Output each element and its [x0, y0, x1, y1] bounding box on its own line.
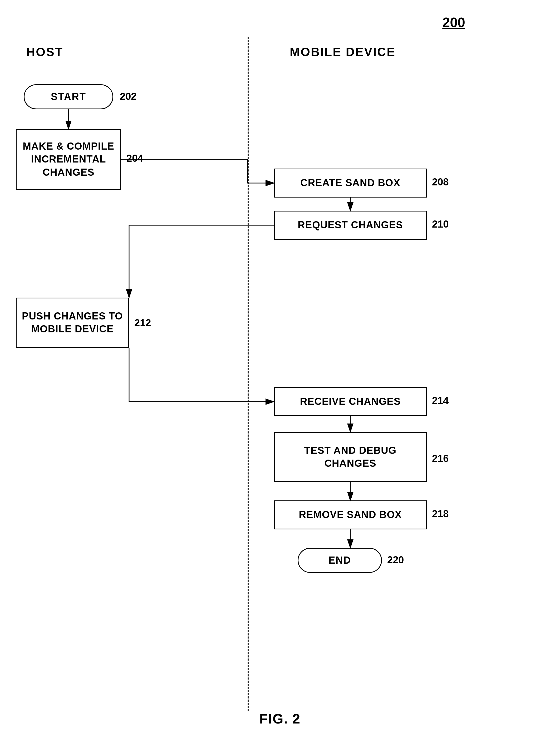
ref-204: 204	[126, 153, 143, 164]
ref-208: 208	[432, 177, 448, 188]
diagram-number: 200	[442, 15, 465, 30]
remove-sandbox-node: REMOVE SAND BOX	[274, 501, 427, 529]
diagram-container: 200 HOST MOBILE DEVICE START 202 MAKE & …	[0, 0, 560, 753]
ref-220: 220	[387, 554, 404, 566]
ref-218: 218	[432, 508, 448, 520]
make-compile-node: MAKE & COMPILE INCREMENTAL CHANGES	[16, 129, 121, 190]
col-host-label: HOST	[26, 45, 63, 59]
test-debug-node: TEST AND DEBUG CHANGES	[274, 432, 427, 482]
start-node: START	[24, 84, 113, 109]
end-node: END	[298, 548, 382, 573]
ref-212: 212	[134, 318, 151, 329]
push-changes-node: PUSH CHANGES TO MOBILE DEVICE	[16, 298, 129, 348]
arrows-svg	[0, 0, 560, 753]
col-mobile-label: MOBILE DEVICE	[290, 45, 396, 59]
ref-210: 210	[432, 219, 448, 230]
receive-changes-node: RECEIVE CHANGES	[274, 387, 427, 416]
ref-214: 214	[432, 395, 448, 406]
create-sandbox-node: CREATE SAND BOX	[274, 168, 427, 198]
ref-202: 202	[120, 91, 137, 102]
request-changes-node: REQUEST CHANGES	[274, 211, 427, 240]
divider-line	[247, 37, 249, 711]
ref-216: 216	[432, 453, 448, 464]
fig-label: FIG. 2	[259, 711, 301, 727]
